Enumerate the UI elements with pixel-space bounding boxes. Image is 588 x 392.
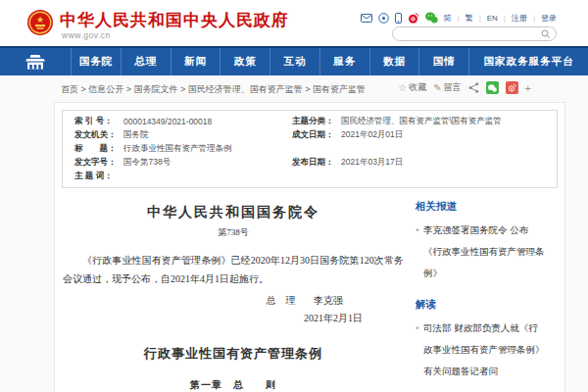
nav-item-guowuyuan[interactable]: 国务院 xyxy=(71,48,121,75)
meta-row-index: 索 引 号： 000014349/2021-00018 主题分类： 国民经济管理… xyxy=(63,115,557,128)
lang-simplified-link[interactable]: 简 xyxy=(444,13,452,24)
related-report-link[interactable]: * 李克强签署国务院令 公布《行政事业性国有资产管理条例》 xyxy=(416,220,545,284)
meta-row-keywords: 主 题 词： xyxy=(63,170,557,183)
meta-value: 国民经济管理、国有资产监管\国有资产监管 xyxy=(341,116,557,127)
meta-label: 发文机关： xyxy=(74,129,123,141)
wechat-icon[interactable] xyxy=(425,12,438,24)
meta-row-title: 标 题： 行政事业性国有资产管理条例 xyxy=(63,142,557,156)
national-emblem-icon: ★ xyxy=(27,10,53,35)
lang-english-link[interactable]: EN xyxy=(487,14,498,23)
share-wechat-button[interactable] xyxy=(486,81,499,94)
meta-label: 发文字号： xyxy=(74,157,123,169)
share-icon[interactable] xyxy=(468,82,479,93)
nav-item-guoqing[interactable]: 国情 xyxy=(418,48,468,75)
related-report-text: 李克强签署国务院令 公布《行政事业性国有资产管理条例》 xyxy=(423,224,545,278)
meta-label: 标 题： xyxy=(74,143,123,155)
header-quick-links: 简| 繁| EN| 注册| 登录 xyxy=(361,12,557,24)
tiananmen-home-icon xyxy=(23,55,48,70)
meta-label: 索 引 号： xyxy=(74,116,123,127)
site-title: 中华人民共和国中央人民政府 xyxy=(60,9,289,31)
favorite-button[interactable]: ☆ 收藏 xyxy=(398,81,426,94)
mobile-icon[interactable] xyxy=(395,13,402,24)
main-nav: 国务院 总理 新闻 政策 互动 服务 数据 国情 国家政务服务平台 xyxy=(0,46,588,75)
document-body: 中华人民共和国国务院令 第738号 《行政事业性国有资产管理条例》已经2020年… xyxy=(61,188,406,392)
search-input[interactable] xyxy=(401,28,538,39)
meta-value: 国务院 xyxy=(123,129,292,141)
nav-home-button[interactable] xyxy=(0,48,71,75)
nav-item-fuwu[interactable]: 服务 xyxy=(319,48,369,75)
signer-title: 总 理 xyxy=(267,295,296,306)
site-url: www.gov.cn xyxy=(62,30,111,40)
separator: | xyxy=(504,14,506,23)
meta-label: 发布日期： xyxy=(292,157,341,169)
interpretation-heading: 解读 xyxy=(416,298,545,312)
breadcrumb[interactable]: 首页 > 信息公开 > 国务院文件 > 国民经济管理、国有资产监管 > 国有资产… xyxy=(61,83,366,96)
weibo-icon[interactable] xyxy=(408,12,419,24)
decree-number: 第738号 xyxy=(61,226,406,239)
message-button[interactable]: ✎ 留言 xyxy=(433,81,461,94)
nav-item-xinwen[interactable]: 新闻 xyxy=(171,48,220,75)
register-link[interactable]: 注册 xyxy=(512,13,527,24)
separator: | xyxy=(533,14,535,23)
message-label: 留言 xyxy=(444,81,462,94)
meta-value: 2021年02月01日 xyxy=(341,129,557,141)
chapter-title: 第一章 总 则 xyxy=(61,378,406,392)
weibo-share-icon xyxy=(508,83,516,92)
meta-value: 2021年03月17日 xyxy=(341,157,557,169)
favorite-label: 收藏 xyxy=(409,81,426,94)
decree-title: 中华人民共和国国务院令 xyxy=(61,204,406,221)
meta-label: 主 题 词： xyxy=(74,171,123,182)
document-meta-table: 索 引 号： 000014349/2021-00018 主题分类： 国民经济管理… xyxy=(62,110,558,188)
meta-value: 国令第738号 xyxy=(123,157,292,169)
star-icon: ☆ xyxy=(398,82,407,93)
meta-value: 000014349/2021-00018 xyxy=(123,117,292,126)
nav-item-shuju[interactable]: 数据 xyxy=(369,48,419,75)
item-bullet: * xyxy=(416,318,419,340)
meta-label: 主题分类： xyxy=(292,116,341,127)
sign-date: 2021年2月1日 xyxy=(61,312,406,325)
share-weibo-button[interactable] xyxy=(506,81,518,94)
lang-traditional-link[interactable]: 繁 xyxy=(466,13,473,24)
meta-value: 行政事业性国有资产管理条例 xyxy=(123,143,557,155)
related-reports-heading: 相关报道 xyxy=(416,200,545,214)
more-share-button[interactable]: + xyxy=(525,82,531,94)
decree-paragraph: 《行政事业性国有资产管理条例》已经2020年12月30日国务院第120次常务会议… xyxy=(61,251,406,288)
meta-row-issuer: 发文机关： 国务院 成文日期： 2021年02月01日 xyxy=(63,128,557,142)
signer-name: 李克强 xyxy=(314,295,343,306)
nav-item-zongli[interactable]: 总理 xyxy=(121,48,171,75)
client-circle-icon[interactable] xyxy=(378,13,389,24)
pencil-icon: ✎ xyxy=(433,82,441,93)
item-bullet: * xyxy=(416,220,419,242)
search-box[interactable] xyxy=(392,26,557,41)
mail-icon[interactable] xyxy=(361,14,372,23)
nav-item-zhengce[interactable]: 政策 xyxy=(220,48,270,75)
sidebar: 相关报道 * 李克强签署国务院令 公布《行政事业性国有资产管理条例》 解读 * … xyxy=(406,188,559,392)
separator: | xyxy=(479,14,481,23)
nav-item-hudong[interactable]: 互动 xyxy=(270,48,319,75)
meta-label: 成文日期： xyxy=(292,129,341,141)
svg-text:★: ★ xyxy=(36,15,44,24)
separator: | xyxy=(458,14,460,23)
meta-row-docnumber: 发文字号： 国令第738号 发布日期： 2021年03月17日 xyxy=(63,156,557,170)
interpretation-link[interactable]: * 司法部 财政部负责人就《行政事业性国有资产管理条例》有关问题答记者问 xyxy=(416,318,545,382)
search-icon[interactable] xyxy=(541,29,551,39)
content-panel: 索 引 号： 000014349/2021-00018 主题分类： 国民经济管理… xyxy=(54,102,565,392)
page-actions: ☆ 收藏 ✎ 留言 + xyxy=(398,81,531,94)
interpretation-text: 司法部 财政部负责人就《行政事业性国有资产管理条例》有关问题答记者问 xyxy=(423,322,545,376)
login-link[interactable]: 登录 xyxy=(541,13,557,24)
site-header: ★ 中华人民共和国中央人民政府 www.gov.cn xyxy=(0,0,588,46)
regulation-title: 行政事业性国有资产管理条例 xyxy=(61,345,406,363)
nav-item-service-platform[interactable]: 国家政务服务平台 xyxy=(468,48,588,75)
signature-line: 总 理 李克强 xyxy=(61,294,406,308)
wechat-share-icon xyxy=(488,84,497,92)
